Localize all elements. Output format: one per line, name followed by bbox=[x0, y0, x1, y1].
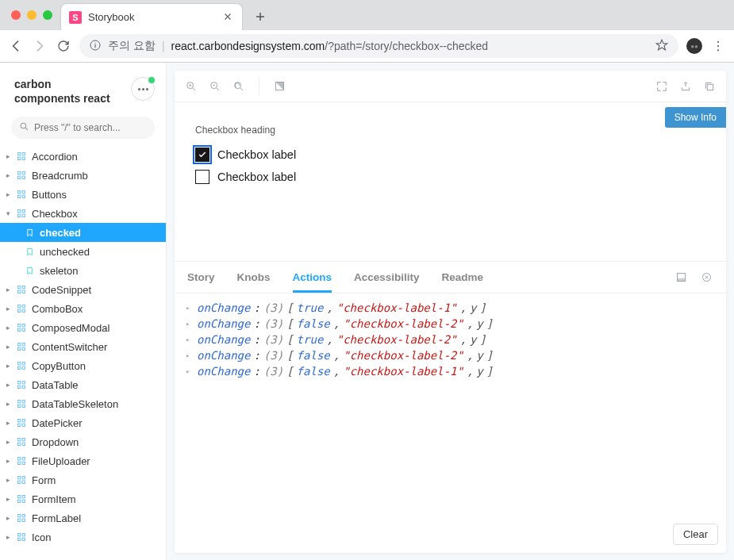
sidebar: carbon components react ▸Accordion▸Bread… bbox=[0, 63, 167, 560]
svg-rect-66 bbox=[22, 496, 25, 498]
tree-item-label: DataTableSkeleton bbox=[32, 398, 118, 410]
tree-item-label: FileUploader bbox=[32, 455, 90, 467]
tree-item-label: Dropdown bbox=[32, 436, 79, 448]
tree-item-datatable[interactable]: ▸DataTable bbox=[0, 375, 166, 394]
log-entry[interactable]: ▸onChange: (3) [false, "checkbox-label-2… bbox=[186, 316, 715, 332]
fullscreen-icon[interactable] bbox=[655, 79, 669, 94]
addon-tab-story[interactable]: Story bbox=[187, 262, 215, 293]
tree-item-combobox[interactable]: ▸ComboBox bbox=[0, 299, 166, 318]
tree-item-datepicker[interactable]: ▸DatePicker bbox=[0, 413, 166, 432]
tree-story-skeleton[interactable]: skeleton bbox=[0, 261, 166, 280]
svg-rect-20 bbox=[22, 215, 25, 217]
svg-rect-69 bbox=[18, 515, 21, 517]
tree-item-copybutton[interactable]: ▸CopyButton bbox=[0, 356, 166, 375]
panel-position-icon[interactable] bbox=[674, 270, 688, 285]
tree-item-codesnippet[interactable]: ▸CodeSnippet bbox=[0, 280, 166, 299]
tree-item-label: Breadcrumb bbox=[32, 170, 88, 182]
svg-rect-81 bbox=[707, 84, 713, 90]
svg-rect-63 bbox=[18, 481, 21, 484]
bookmark-icon[interactable] bbox=[655, 38, 669, 55]
svg-rect-9 bbox=[18, 172, 21, 175]
tree-item-accordion[interactable]: ▸Accordion bbox=[0, 147, 166, 166]
sidebar-menu-button[interactable] bbox=[131, 77, 155, 101]
tree-item-formlabel[interactable]: ▸FormLabel bbox=[0, 508, 166, 527]
open-new-tab-icon[interactable] bbox=[678, 79, 693, 94]
caret-icon: ▸ bbox=[5, 438, 11, 446]
tree-item-formitem[interactable]: ▸FormItem bbox=[0, 489, 166, 508]
tree-item-form[interactable]: ▸Form bbox=[0, 470, 166, 489]
svg-rect-49 bbox=[18, 420, 21, 422]
svg-rect-26 bbox=[22, 305, 25, 308]
svg-rect-58 bbox=[22, 458, 25, 460]
close-tab-button[interactable] bbox=[223, 12, 234, 23]
tree-story-unchecked[interactable]: unchecked bbox=[0, 242, 166, 261]
addons-panel: StoryKnobsActionsAccessibilityReadme ▸on… bbox=[175, 261, 726, 553]
actions-log: ▸onChange: (3) [true, "checkbox-label-1"… bbox=[175, 293, 726, 553]
tree-item-breadcrumb[interactable]: ▸Breadcrumb bbox=[0, 166, 166, 185]
log-entry[interactable]: ▸onChange: (3) [false, "checkbox-label-2… bbox=[186, 347, 715, 363]
browser-menu-button[interactable] bbox=[710, 38, 726, 54]
svg-rect-7 bbox=[18, 158, 21, 160]
tree-item-fileuploader[interactable]: ▸FileUploader bbox=[0, 451, 166, 470]
caret-icon: ▾ bbox=[5, 209, 11, 217]
svg-rect-50 bbox=[22, 420, 25, 422]
tree-item-composedmodal[interactable]: ▸ComposedModal bbox=[0, 318, 166, 337]
address-bar[interactable]: 주의 요함 | react.carbondesignsystem.com/?pa… bbox=[79, 34, 678, 58]
caret-icon: ▸ bbox=[5, 495, 11, 503]
maximize-window-button[interactable] bbox=[43, 10, 52, 20]
addon-tab-accessibility[interactable]: Accessibility bbox=[354, 262, 420, 293]
search-box[interactable] bbox=[11, 117, 155, 139]
copy-link-icon[interactable] bbox=[702, 79, 717, 94]
new-tab-button[interactable] bbox=[249, 6, 271, 28]
tree-story-checked[interactable]: checked bbox=[0, 223, 166, 242]
svg-rect-21 bbox=[18, 286, 21, 289]
story-icon bbox=[24, 265, 35, 276]
site-info-icon[interactable] bbox=[89, 39, 102, 54]
forward-button[interactable] bbox=[32, 38, 48, 54]
log-entry[interactable]: ▸onChange: (3) [true, "checkbox-label-1"… bbox=[186, 300, 715, 316]
tree-item-datatableskeleton[interactable]: ▸DataTableSkeleton bbox=[0, 394, 166, 413]
checkbox-label: Checkbox label bbox=[217, 171, 296, 183]
clear-button[interactable]: Clear bbox=[673, 524, 718, 545]
zoom-reset-icon[interactable] bbox=[232, 79, 246, 94]
svg-rect-36 bbox=[22, 348, 25, 351]
back-button[interactable] bbox=[8, 38, 24, 54]
svg-rect-22 bbox=[22, 286, 25, 289]
zoom-in-icon[interactable] bbox=[184, 79, 198, 94]
caret-icon: ▸ bbox=[5, 533, 11, 541]
caret-icon: ▸ bbox=[5, 514, 11, 522]
show-info-button[interactable]: Show Info bbox=[665, 107, 726, 128]
tree-item-contentswitcher[interactable]: ▸ContentSwitcher bbox=[0, 337, 166, 356]
svg-rect-60 bbox=[22, 462, 25, 465]
addon-tab-actions[interactable]: Actions bbox=[293, 262, 332, 293]
minimize-window-button[interactable] bbox=[27, 10, 37, 20]
svg-rect-71 bbox=[18, 520, 21, 522]
tree-item-buttons[interactable]: ▸Buttons bbox=[0, 185, 166, 204]
tree-item-checkbox[interactable]: ▾Checkbox bbox=[0, 204, 166, 223]
svg-rect-15 bbox=[18, 196, 21, 198]
zoom-out-icon[interactable] bbox=[208, 79, 222, 94]
search-input[interactable] bbox=[34, 122, 153, 133]
log-entry[interactable]: ▸onChange: (3) [true, "checkbox-label-2"… bbox=[186, 332, 715, 347]
addon-tab-readme[interactable]: Readme bbox=[442, 262, 484, 293]
svg-rect-52 bbox=[22, 424, 25, 427]
tree-item-label: ContentSwitcher bbox=[32, 341, 107, 353]
brand-title: carbon components react bbox=[14, 77, 118, 105]
checkbox-input[interactable] bbox=[195, 170, 209, 184]
tree-item-dropdown[interactable]: ▸Dropdown bbox=[0, 432, 166, 451]
profile-avatar[interactable]: ●● bbox=[686, 38, 702, 54]
favicon-icon: S bbox=[69, 11, 82, 24]
caret-icon: ▸ bbox=[5, 419, 11, 427]
window-controls bbox=[6, 0, 60, 30]
addon-tab-knobs[interactable]: Knobs bbox=[237, 262, 271, 293]
background-toggle-icon[interactable] bbox=[272, 79, 286, 94]
checkbox-input[interactable] bbox=[195, 148, 209, 162]
svg-point-4 bbox=[21, 124, 26, 129]
close-panel-icon[interactable] bbox=[699, 270, 713, 285]
browser-tab[interactable]: S Storybook bbox=[60, 3, 243, 30]
log-entry[interactable]: ▸onChange: (3) [false, "checkbox-label-1… bbox=[186, 363, 715, 379]
tree-item-icon[interactable]: ▸Icon bbox=[0, 527, 166, 547]
tree-item-label: Checkbox bbox=[32, 208, 78, 220]
close-window-button[interactable] bbox=[11, 10, 21, 20]
reload-button[interactable] bbox=[56, 38, 71, 54]
